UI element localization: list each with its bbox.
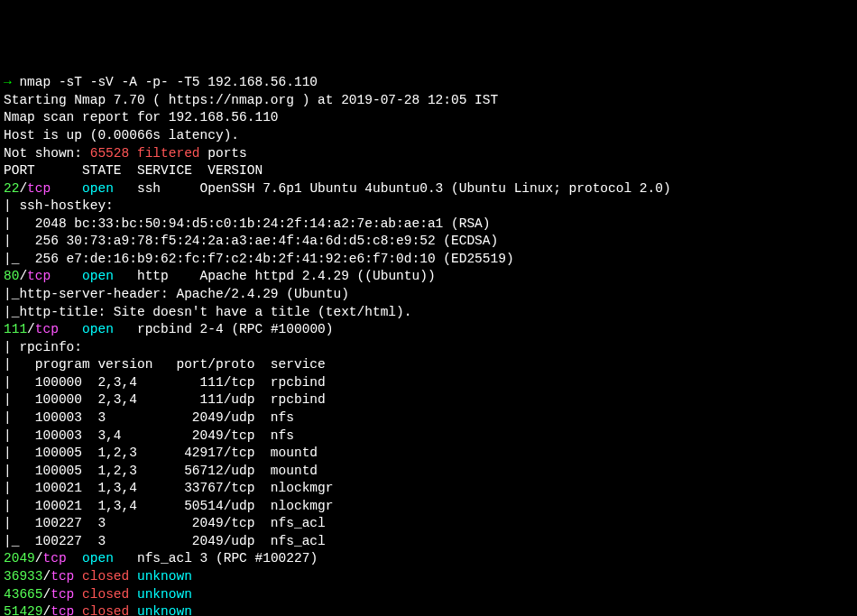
not-shown-line: Not shown: 65528 filtered ports [4,145,853,163]
port-36933-state: closed [82,569,129,584]
http-title: |_http-title: Site doesn't have a title … [4,304,853,322]
port-2049-slash: / [35,551,43,565]
port-80-proto: tcp [27,269,51,283]
command-line: → nmap -sT -sV -A -p- -T5 192.168.56.110 [4,74,853,92]
port-111-proto: tcp [35,322,59,336]
port-51429-slash: / [43,604,51,616]
rpc-row: | 100003 3,4 2049/tcp nfs [4,428,853,446]
rpc-row: | 100000 2,3,4 111/tcp rpcbind [4,374,853,392]
port-111-num: 111 [4,322,27,336]
sep [114,269,137,283]
ssh-key-ecdsa: | 256 30:73:a9:78:f5:24:2a:a3:ae:4f:4a:6… [4,233,853,251]
sep [74,587,82,602]
sep [67,551,82,565]
port-80-state: open [82,269,114,283]
rpc-row: | 100021 1,3,4 33767/tcp nlockmgr [4,480,853,498]
port-2049-proto: tcp [43,551,67,565]
ssh-key-ed25519: |_ 256 e7:de:16:b9:62:fc:f7:c2:4b:2f:41:… [4,251,853,269]
port-36933-proto: tcp [51,569,74,584]
port-80-slash: / [19,269,27,283]
port-22-proto: tcp [27,181,51,196]
sep [114,181,137,196]
port-36933-num: 36933 [4,569,43,584]
sep [192,551,200,565]
sep [129,587,137,602]
rpc-table-header: | program version port/proto service [4,356,853,374]
port-111-line: 111/tcp open rpcbind 2-4 (RPC #100000) [4,321,853,339]
port-36933-service: unknown [137,569,192,584]
port-51429-num: 51429 [4,604,43,616]
rpc-row: | 100003 3 2049/udp nfs [4,409,853,428]
port-51429-state: closed [82,604,129,616]
port-80-line: 80/tcp open http Apache httpd 2.4.29 ((U… [4,268,853,286]
not-shown-suffix: ports [200,146,247,161]
port-36933-line: 36933/tcp closed unknown [4,568,853,586]
sep [114,551,137,565]
host-up-line: Host is up (0.00066s latency). [4,127,853,145]
port-43665-line: 43665/tcp closed unknown [4,586,853,604]
port-80-version: Apache httpd 2.4.29 ((Ubuntu)) [200,269,436,283]
rpc-row: | 100227 3 2049/tcp nfs_acl [4,515,853,533]
port-2049-service: nfs_acl [137,551,192,565]
not-shown-filtered: filtered [129,146,199,161]
rpc-row: | 100005 1,2,3 56712/udp mountd [4,463,853,481]
port-43665-proto: tcp [51,587,74,602]
sep [74,604,82,616]
rpc-row: | 100000 2,3,4 111/udp rpcbind [4,391,853,409]
sep [192,322,200,336]
ssh-key-rsa: | 2048 bc:33:bc:50:94:d5:c0:1b:24:2f:14:… [4,216,853,234]
sep [129,569,137,584]
port-header: PORT STATE SERVICE VERSION [4,162,853,180]
port-51429-line: 51429/tcp closed unknown [4,603,853,616]
port-22-service: ssh [137,181,161,196]
port-22-line: 22/tcp open ssh OpenSSH 7.6p1 Ubuntu 4ub… [4,180,853,198]
scan-report-line: Nmap scan report for 192.168.56.110 [4,109,853,127]
port-43665-num: 43665 [4,587,43,602]
port-22-version: OpenSSH 7.6p1 Ubuntu 4ubuntu0.3 (Ubuntu … [200,181,671,196]
sep [51,269,82,283]
port-111-slash: / [27,322,35,336]
starting-line: Starting Nmap 7.70 ( https://nmap.org ) … [4,92,853,110]
port-36933-slash: / [43,569,51,584]
port-43665-slash: / [43,587,51,602]
rpcinfo-header: | rpcinfo: [4,339,853,357]
port-51429-service: unknown [137,604,192,616]
port-2049-num: 2049 [4,551,35,565]
port-111-service: rpcbind [137,322,192,336]
port-80-num: 80 [4,269,19,283]
sep [129,604,137,616]
port-43665-state: closed [82,587,129,602]
port-2049-state: open [82,551,114,565]
sep [59,322,82,336]
rpc-row: | 100021 1,3,4 50514/udp nlockmgr [4,498,853,516]
http-server-header: |_http-server-header: Apache/2.4.29 (Ubu… [4,286,853,304]
prompt-arrow-icon: → [4,75,12,89]
not-shown-count: 65528 [90,146,130,161]
port-22-slash: / [19,181,27,196]
port-80-service: http [137,269,169,283]
sep [114,322,137,336]
sep [74,569,82,584]
nmap-command: nmap -sT -sV -A -p- -T5 192.168.56.110 [12,75,318,89]
port-111-state: open [82,322,114,336]
rpc-row: | 100005 1,2,3 42917/tcp mountd [4,445,853,463]
port-51429-proto: tcp [51,604,74,616]
port-43665-service: unknown [137,587,192,602]
port-22-num: 22 [4,181,19,196]
sep [51,181,82,196]
port-2049-version: 3 (RPC #100227) [200,551,318,565]
not-shown-prefix: Not shown: [4,146,90,161]
port-22-state: open [82,181,114,196]
port-2049-line: 2049/tcp open nfs_acl 3 (RPC #100227) [4,550,853,568]
sep [169,269,200,283]
port-111-version: 2-4 (RPC #100000) [200,322,334,336]
ssh-hostkey-header: | ssh-hostkey: [4,198,853,216]
sep [161,181,200,196]
terminal-output: → nmap -sT -sV -A -p- -T5 192.168.56.110… [4,74,853,616]
rpc-row: |_ 100227 3 2049/udp nfs_acl [4,533,853,551]
